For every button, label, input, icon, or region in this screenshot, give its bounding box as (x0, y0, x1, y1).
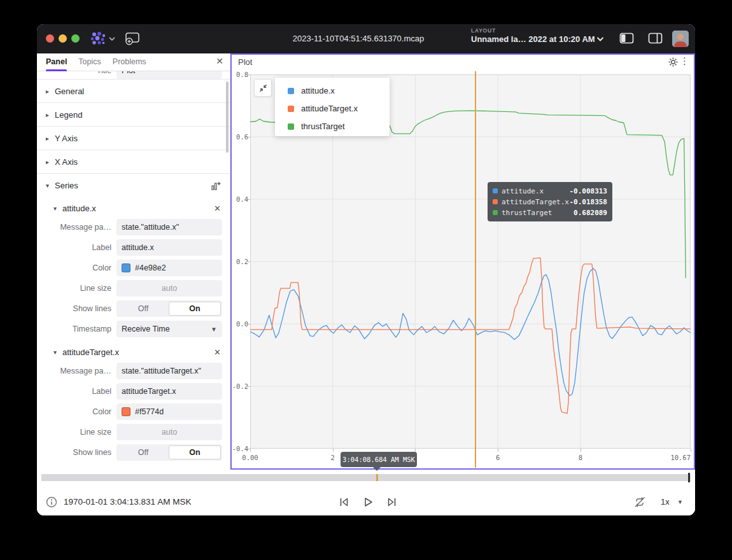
playback-controls-bar: 1970-01-01 3:04:13.831 AM MSK 1x ▼ (37, 489, 695, 515)
tooltip-label: attitudeTarget.x (502, 198, 569, 206)
show-lines-on-option[interactable]: On (169, 302, 221, 316)
remove-series-icon[interactable]: ✕ (214, 204, 221, 213)
play-icon[interactable] (362, 496, 374, 508)
add-series-icon[interactable] (211, 181, 221, 191)
section-series-label: Series (55, 181, 78, 190)
section-general-label: General (55, 87, 84, 96)
color-value: #4e98e2 (135, 263, 166, 272)
playback-speed[interactable]: 1x (661, 489, 670, 515)
data-source-title[interactable]: 2023-11-10T04:51:45.631370.mcap (266, 24, 451, 53)
show-lines-toggle: Off On (116, 300, 222, 317)
scrubber-playhead-marker[interactable] (376, 474, 378, 481)
desktop-background: 2023-11-10T04:51:45.631370.mcap LAYOUT U… (0, 0, 732, 560)
message-path-input[interactable]: state."attitude.x" (116, 219, 222, 235)
line-size-label: Line size (37, 284, 116, 293)
show-lines-off-option[interactable]: Off (118, 302, 169, 316)
layout-label: LAYOUT (471, 27, 595, 34)
line-size-input[interactable]: auto (116, 280, 222, 297)
layout-chevron-icon[interactable] (596, 36, 605, 42)
series-header-attitude-target-x[interactable]: ▾ attitudeTarget.x ✕ (37, 341, 230, 363)
timestamp-select[interactable]: Receive Time ▼ (116, 321, 222, 337)
collapse-icon (258, 83, 268, 93)
legend-collapse-button[interactable] (254, 79, 272, 97)
app-menu-chevron-icon[interactable] (108, 36, 116, 41)
section-series[interactable]: ▾ Series (37, 174, 230, 197)
tooltip-swatch (493, 188, 498, 193)
message-path-label: Message pa… (37, 223, 116, 232)
color-input[interactable]: #f5774d (116, 403, 222, 420)
legend-label: attitudeTarget.x (301, 104, 358, 113)
right-sidebar-toggle-icon[interactable] (648, 32, 663, 44)
playhead-line[interactable] (475, 71, 476, 468)
tooltip-row: attitude.x -0.008313 (493, 186, 607, 196)
x-tick-label: 6 (482, 453, 514, 462)
series-name: attitudeTarget.x (62, 347, 119, 357)
add-panel-icon[interactable] (125, 32, 140, 46)
section-y-axis-label: Y Axis (55, 134, 78, 143)
section-legend[interactable]: ▸ Legend (37, 103, 230, 127)
section-legend-label: Legend (55, 110, 82, 120)
remove-series-icon[interactable]: ✕ (214, 347, 221, 357)
title-field-input[interactable]: Plot (116, 71, 222, 79)
panel-menu-kebab-icon[interactable]: ⋮ (680, 55, 689, 67)
chevron-right-icon: ▸ (46, 88, 55, 95)
sidebar-tabs: Panel Topics Problems ✕ (37, 53, 230, 71)
legend-label: attitude.x (301, 86, 335, 95)
show-lines-on-option[interactable]: On (169, 445, 221, 459)
legend-item[interactable]: thrustTarget (275, 118, 390, 134)
section-x-axis[interactable]: ▸ X Axis (37, 150, 230, 174)
maximize-window-button[interactable] (71, 34, 80, 43)
message-path-input[interactable]: state."attitudeTarget.x" (116, 363, 222, 379)
legend-swatch (288, 106, 294, 112)
layout-name: Unnamed la… 2022 at 10:20 AM (471, 34, 595, 44)
loop-off-icon[interactable] (633, 496, 646, 508)
x-tick-label: 8 (565, 453, 596, 462)
settings-scrollbar[interactable] (226, 81, 229, 153)
color-input[interactable]: #4e98e2 (116, 260, 222, 276)
color-label: Color (37, 263, 116, 272)
label-input[interactable]: attitude.x (116, 239, 222, 256)
playback-scrubber (37, 470, 695, 489)
chevron-right-icon: ▸ (46, 111, 55, 118)
close-window-button[interactable] (46, 34, 54, 43)
show-lines-toggle: Off On (116, 444, 222, 461)
chevron-right-icon: ▸ (46, 135, 55, 142)
tab-problems[interactable]: Problems (113, 53, 146, 71)
scrubber-end-marker (688, 473, 690, 482)
seek-to-end-icon[interactable] (386, 496, 398, 508)
y-tick-label: -0.4 (229, 444, 248, 453)
color-swatch[interactable] (122, 407, 130, 416)
chevron-down-icon[interactable]: ▼ (677, 489, 683, 515)
color-swatch[interactable] (122, 263, 130, 272)
seek-to-start-icon[interactable] (337, 496, 350, 508)
legend-item[interactable]: attitudeTarget.x (275, 101, 390, 116)
chevron-down-icon: ▾ (46, 182, 55, 189)
layout-menu[interactable]: LAYOUT Unnamed la… 2022 at 10:20 AM (471, 27, 595, 44)
y-tick-label: 0.4 (229, 195, 248, 204)
panel-settings-sidebar: Panel Topics Problems ✕ Title Plot ▸ Gen… (37, 53, 230, 470)
plot-panel: Plot ⋮ 0.80.60.40.20.0-0.2-0.4 0.0026810… (230, 53, 695, 470)
minimize-window-button[interactable] (59, 34, 67, 43)
tooltip-value: 0.682089 (574, 209, 607, 217)
tooltip-row: thrustTarget 0.682089 (493, 207, 607, 218)
left-sidebar-toggle-icon[interactable] (619, 32, 634, 44)
legend-item[interactable]: attitude.x (275, 83, 390, 99)
line-size-input[interactable]: auto (116, 424, 222, 440)
info-icon[interactable] (46, 496, 57, 508)
show-lines-off-option[interactable]: Off (118, 445, 169, 459)
section-general[interactable]: ▸ General (37, 80, 230, 103)
tab-topics[interactable]: Topics (78, 53, 101, 71)
label-input[interactable]: attitudeTarget.x (116, 383, 222, 400)
x-tick-label: 10.67 (660, 453, 691, 462)
show-lines-label: Show lines (37, 304, 116, 313)
tab-panel[interactable]: Panel (46, 53, 67, 71)
user-avatar[interactable] (672, 31, 689, 47)
close-sidebar-icon[interactable]: ✕ (216, 56, 223, 66)
color-label: Color (37, 407, 116, 416)
scrubber-track[interactable] (41, 474, 691, 481)
y-tick-label: -0.2 (229, 382, 248, 391)
y-tick-label: 0.2 (229, 257, 248, 266)
gear-icon[interactable] (668, 57, 678, 67)
series-header-attitude-x[interactable]: ▾ attitude.x ✕ (37, 197, 230, 219)
section-y-axis[interactable]: ▸ Y Axis (37, 127, 230, 150)
